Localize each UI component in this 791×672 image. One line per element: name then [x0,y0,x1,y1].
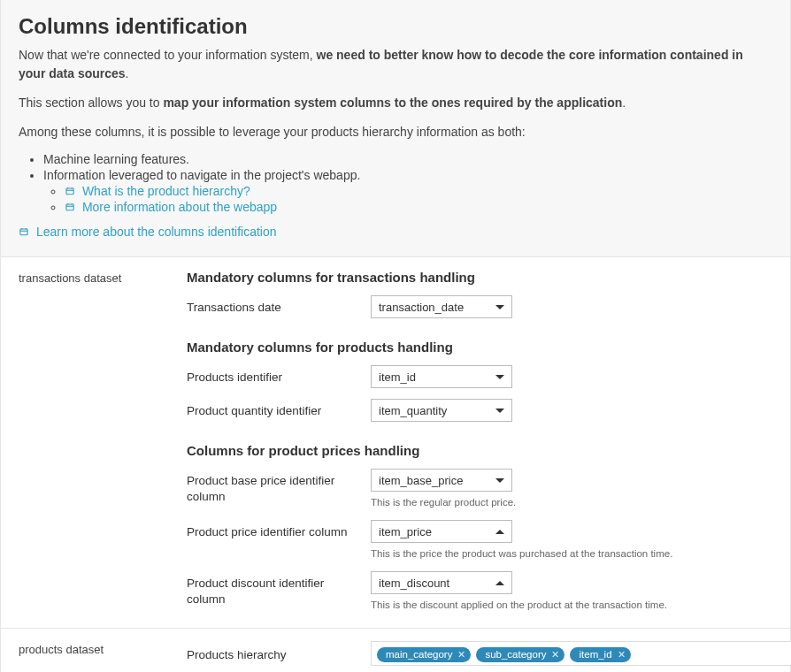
heading-mandatory-products: Mandatory columns for products handling [187,340,772,355]
intro-paragraph-2: This section allows you to map your info… [19,94,772,112]
svg-rect-2 [20,229,27,235]
svg-rect-1 [66,204,73,210]
remove-chip-icon[interactable]: ✕ [551,650,559,660]
help-base-price: This is the regular product price. [371,495,772,509]
label-price: Product price identifier column [187,520,371,540]
products-hierarchy-input[interactable]: main_category ✕ sub_category ✕ item_id ✕ [371,641,791,666]
select-discount[interactable]: item_discount [371,571,512,594]
chip-main-category: main_category ✕ [377,647,471,663]
chip-sub-category: sub_category ✕ [476,647,564,663]
intro-paragraph-1: Now that we're connected to your informa… [19,46,772,83]
link-learn-more-columns[interactable]: Learn more about the columns identificat… [36,225,277,239]
label-products-identifier: Products identifier [187,365,371,386]
select-price[interactable]: item_price [371,520,512,543]
products-dataset-label: products dataset [19,641,187,672]
intro-section: Columns identification Now that we're co… [1,0,790,256]
label-base-price: Product base price identifier column [187,469,371,504]
select-products-identifier[interactable]: item_id [371,365,512,388]
help-price: This is the price the product was purcha… [371,546,772,561]
select-base-price[interactable]: item_base_price [371,469,512,492]
transactions-dataset-label: transactions dataset [19,270,187,612]
help-discount: This is the discount applied on the prod… [371,598,772,612]
link-product-hierarchy[interactable]: What is the product hierarchy? [82,184,250,198]
wiki-icon [65,202,75,212]
intro-bullets: Machine learning features. Information l… [19,152,772,214]
products-dataset-section: products dataset Products hierarchy main… [1,628,790,672]
select-transactions-date[interactable]: transaction_date [371,295,512,318]
chevron-down-icon [495,409,504,413]
chevron-up-icon [495,530,504,534]
remove-chip-icon[interactable]: ✕ [618,650,626,660]
label-discount: Product discount identifier column [187,571,371,607]
heading-mandatory-transactions: Mandatory columns for transactions handl… [187,270,772,285]
chip-item-id: item_id ✕ [570,647,630,663]
chevron-down-icon [495,375,504,379]
label-products-hierarchy: Products hierarchy [187,641,371,663]
chevron-up-icon [495,581,504,585]
remove-chip-icon[interactable]: ✕ [457,650,465,660]
svg-rect-0 [66,188,73,195]
bullet-ml-features: Machine learning features. [43,152,772,166]
chevron-down-icon [495,478,504,483]
intro-paragraph-3: Among these columns, it is possible to l… [19,123,772,141]
bullet-webapp-nav: Information leveraged to navigate in the… [43,168,772,214]
chevron-down-icon [495,305,504,309]
select-product-quantity[interactable]: item_quantity [371,399,512,422]
link-webapp-info[interactable]: More information about the webapp [82,200,277,214]
heading-product-prices: Columns for product prices handling [187,443,772,458]
label-product-quantity: Product quantity identifier [187,399,371,419]
transactions-dataset-section: transactions dataset Mandatory columns f… [1,256,790,628]
label-transactions-date: Transactions date [187,295,371,316]
page-title: Columns identification [19,14,772,39]
wiki-icon [65,186,75,196]
wiki-icon [19,226,29,237]
